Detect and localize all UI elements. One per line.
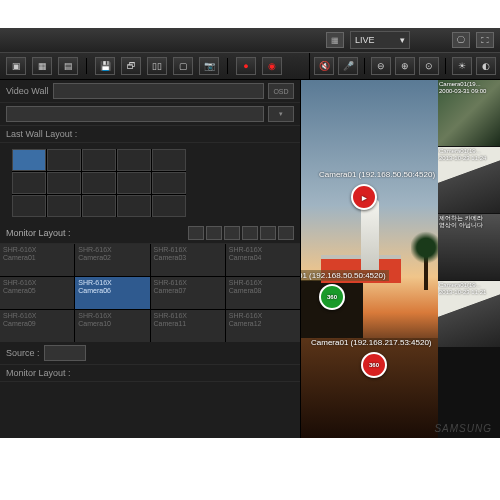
extra-button[interactable]: ▾: [268, 106, 294, 122]
zoom-in-icon[interactable]: ⊕: [395, 57, 415, 75]
wall-cell[interactable]: [152, 149, 186, 171]
record2-icon[interactable]: ◉: [262, 57, 282, 75]
map-pin-2[interactable]: 360: [319, 284, 345, 310]
wall-cell[interactable]: [152, 195, 186, 217]
monlayout-label: Monitor Layout :: [6, 228, 71, 238]
layout1-icon[interactable]: ▣: [6, 57, 26, 75]
toolbar-left: ▣ ▦ ▤ 💾 🗗 ▯▯ ▢ 📷 ● ◉: [0, 53, 309, 79]
wall-cell[interactable]: [12, 195, 46, 217]
preset3-icon[interactable]: [224, 226, 240, 240]
preset4-icon[interactable]: [242, 226, 258, 240]
thumbnail[interactable]: 제어하는 카메라영상이 아닙니다: [438, 214, 500, 280]
preset6-icon[interactable]: [278, 226, 294, 240]
videowall-label: Video Wall: [6, 86, 49, 96]
viewer: Camera01 (192.168.50.50:4520) ▶ 01 (192.…: [301, 80, 500, 438]
layout3-icon[interactable]: ▤: [58, 57, 78, 75]
brightness-icon[interactable]: ☀: [452, 57, 472, 75]
lastwall-label: Last Wall Layout :: [6, 129, 77, 139]
wall-cell[interactable]: [82, 172, 116, 194]
camera-grid: SHR-616XCamera01SHR-616XCamera02SHR-616X…: [0, 244, 300, 342]
camera-cell[interactable]: SHR-616XCamera11: [151, 310, 225, 342]
mic-icon[interactable]: 🎤: [338, 57, 358, 75]
save-icon[interactable]: 💾: [95, 57, 115, 75]
layout2-icon[interactable]: ▦: [32, 57, 52, 75]
camera-cell[interactable]: SHR-616XCamera01: [0, 244, 74, 276]
camera-cell[interactable]: SHR-616XCamera02: [75, 244, 149, 276]
wall-cell[interactable]: [12, 172, 46, 194]
wall-cell[interactable]: [117, 172, 151, 194]
wall-cell[interactable]: [47, 172, 81, 194]
wall-cell[interactable]: [152, 172, 186, 194]
wall-cell[interactable]: [117, 195, 151, 217]
sidebar: Video Wall OSD ▾ Last Wall Layout : Moni…: [0, 80, 301, 438]
main-camera-view[interactable]: Camera01 (192.168.50.50:4520) ▶ 01 (192.…: [301, 80, 438, 438]
monlayout2-label: Monitor Layout :: [6, 368, 71, 378]
thumbnail[interactable]: Camera01(19...2013-10-23 11:24: [438, 147, 500, 213]
wall-layout-grid[interactable]: [12, 149, 186, 217]
cascade-icon[interactable]: 🗗: [121, 57, 141, 75]
source-label: Source :: [6, 348, 40, 358]
wall-cell[interactable]: [47, 149, 81, 171]
camera-cell[interactable]: SHR-616XCamera03: [151, 244, 225, 276]
map-pin-1[interactable]: ▶: [351, 184, 377, 210]
monitor-icon[interactable]: 🖵: [452, 32, 470, 48]
videowall-dropdown[interactable]: [53, 83, 264, 99]
wall-cell[interactable]: [117, 149, 151, 171]
camera-overlay-label-2: 01 (192.168.50.50:4520): [301, 270, 389, 281]
layout-preset-icons: [188, 226, 294, 240]
camera-cell[interactable]: SHR-616XCamera10: [75, 310, 149, 342]
camera-cell[interactable]: SHR-616XCamera07: [151, 277, 225, 309]
osd-button[interactable]: OSD: [268, 83, 294, 99]
camera-cell[interactable]: SHR-616XCamera12: [226, 310, 300, 342]
source-dropdown[interactable]: [44, 345, 86, 361]
zoom-fit-icon[interactable]: ⊙: [419, 57, 439, 75]
brand-logo: SAMSUNG: [434, 423, 492, 434]
contrast-icon[interactable]: ◐: [476, 57, 496, 75]
wall-cell[interactable]: [12, 149, 46, 171]
thumbnail[interactable]: Camera01(19...2000-03-31 09:00: [438, 80, 500, 146]
preset5-icon[interactable]: [260, 226, 276, 240]
layout-icon[interactable]: ▦: [326, 32, 344, 48]
map-pin-3[interactable]: 360: [361, 352, 387, 378]
wall-cell[interactable]: [47, 195, 81, 217]
snapshot-icon[interactable]: 📷: [199, 57, 219, 75]
toolbars: ▣ ▦ ▤ 💾 🗗 ▯▯ ▢ 📷 ● ◉ 🔇 🎤 ⊖ ⊕ ⊙ ☀ ◐: [0, 52, 500, 80]
camera-cell[interactable]: SHR-616XCamera05: [0, 277, 74, 309]
thumbnail[interactable]: Camera01(19...2013-10-23 11:21: [438, 281, 500, 347]
wall-cell[interactable]: [82, 149, 116, 171]
preset1-icon[interactable]: [188, 226, 204, 240]
videowall-dropdown2[interactable]: [6, 106, 264, 122]
audio-icon[interactable]: 🔇: [314, 57, 334, 75]
camera-overlay-label-3: Camera01 (192.168.217.53:4520): [311, 338, 432, 347]
split-icon[interactable]: ▯▯: [147, 57, 167, 75]
single-icon[interactable]: ▢: [173, 57, 193, 75]
app-root: ▦ LIVE▾ 🖵 ⛶ ▣ ▦ ▤ 💾 🗗 ▯▯ ▢ 📷 ● ◉ 🔇 🎤 ⊖ ⊕…: [0, 28, 500, 438]
mode-selector[interactable]: LIVE▾: [350, 31, 410, 49]
camera-overlay-label-1: Camera01 (192.168.50.50:4520): [319, 170, 435, 179]
record-icon[interactable]: ●: [236, 57, 256, 75]
fullscreen-icon[interactable]: ⛶: [476, 32, 494, 48]
camera-cell[interactable]: SHR-616XCamera06: [75, 277, 149, 309]
camera-cell[interactable]: SHR-616XCamera04: [226, 244, 300, 276]
zoom-out-icon[interactable]: ⊖: [371, 57, 391, 75]
titlebar: ▦ LIVE▾ 🖵 ⛶: [0, 28, 500, 52]
camera-cell[interactable]: SHR-616XCamera09: [0, 310, 74, 342]
preset2-icon[interactable]: [206, 226, 222, 240]
toolbar-right: 🔇 🎤 ⊖ ⊕ ⊙ ☀ ◐: [309, 53, 500, 79]
wall-cell[interactable]: [82, 195, 116, 217]
camera-cell[interactable]: SHR-616XCamera08: [226, 277, 300, 309]
thumbnail-strip: Camera01(19...2000-03-31 09:00Camera01(1…: [438, 80, 500, 438]
